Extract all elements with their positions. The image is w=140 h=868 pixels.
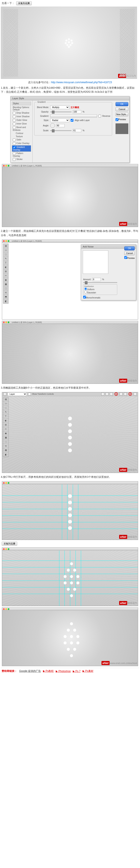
ps-window-7: eNetwww.enet.com.cn/eschool — [2, 608, 138, 666]
scale-input[interactable] — [73, 129, 81, 132]
result-preview: eNet 硅谷动力 — [1, 7, 137, 79]
tool-icon[interactable]: ◧ — [3, 299, 8, 303]
sponsor-links: 赞助商链接： Google 提供的广告 ▶ Ps教程 ▶ Photoshop ▶… — [1, 668, 139, 674]
tool-icon[interactable]: ✂ — [3, 427, 8, 431]
blend-mode-select[interactable]: Multiply — [50, 105, 69, 109]
step2-text: 2.建立一个新图层，用油漆桶工具填充白色后设置图层混合模式为"正片叠底"然后执行… — [1, 228, 139, 238]
ps-window-5: eNet硅谷动力 — [2, 481, 138, 540]
step3-text: 3.用椭圆选框工具创建6个小一些的正圆选区，然后将他们水平和垂直居中对齐。 — [1, 385, 139, 391]
svg-point-5 — [71, 42, 73, 44]
layer-select[interactable]: Layer — [8, 392, 27, 396]
tools-palette[interactable]: ▤▭◌✎T◐⊞✂◉▦⬚⟲⬒◧ — [3, 244, 8, 304]
link-photoshop[interactable]: ▶ Photoshop — [56, 670, 71, 673]
tool-icon[interactable]: ▦ — [3, 282, 8, 286]
preview-swatch — [115, 123, 128, 134]
align-icon[interactable] — [101, 393, 104, 396]
link-ps-material[interactable]: ▶ Ps素材 — [83, 669, 93, 673]
layer-style-dialog: Layer Style Styles Blending Options: Def… — [10, 96, 130, 163]
align-icon[interactable] — [134, 393, 137, 396]
uniform-radio[interactable] — [84, 287, 87, 290]
svg-point-4 — [68, 41, 70, 43]
opacity-slider[interactable] — [50, 112, 72, 112]
new-style-button[interactable]: New Style... — [115, 112, 128, 116]
tool-icon[interactable]: ◌ — [3, 252, 8, 256]
gaussian-radio[interactable] — [84, 290, 87, 293]
tool-icon[interactable]: ◐ — [3, 418, 8, 423]
svg-point-6 — [66, 44, 68, 46]
svg-point-0 — [65, 39, 67, 42]
align-icon[interactable] — [124, 393, 127, 396]
align-icon[interactable] — [106, 393, 109, 396]
clip-button-mid[interactable]: 采集到花瓣 — [2, 541, 17, 546]
tool-icon[interactable]: ▭ — [3, 248, 8, 252]
tools-palette[interactable]: ▤▭◌✎T◐⊞✂◉▦⬚⟲⬒◧ — [3, 397, 8, 457]
add-noise-dialog: Add Noise Amount:% Distribution Uniform … — [81, 244, 136, 300]
marker-1: 1 — [114, 392, 118, 396]
tool-icon[interactable]: ⬒ — [3, 448, 8, 453]
step4-text: 4.按CTRL+R打开标尺，用参考线将他们的间距分配好放好位置。再复制另外3个将… — [1, 474, 139, 480]
svg-point-1 — [68, 38, 70, 40]
tool-icon[interactable]: ⊞ — [3, 269, 8, 274]
tool-icon[interactable]: ◌ — [3, 406, 8, 410]
vertical-dots — [68, 416, 72, 452]
link-ps-tutorial[interactable]: ▶ Ps教程 — [43, 669, 54, 673]
opacity-input[interactable] — [73, 110, 81, 114]
cancel-button[interactable]: Cancel — [115, 107, 128, 111]
tool-icon[interactable]: ⟲ — [3, 290, 8, 295]
angle-input[interactable] — [56, 124, 65, 127]
noise-preview — [83, 250, 108, 274]
layer-thumb-icon — [3, 393, 6, 396]
tool-icon[interactable]: ▤ — [3, 397, 8, 401]
tool-icon[interactable]: ⬚ — [3, 286, 8, 290]
tool-icon[interactable]: ✂ — [3, 274, 8, 278]
tool-icon[interactable]: ▤ — [3, 244, 8, 248]
tool-icon[interactable]: ◧ — [3, 453, 8, 457]
align-icon[interactable] — [119, 393, 122, 396]
tool-icon[interactable]: ▭ — [3, 401, 8, 406]
ps-window-6: eNet硅谷动力 — [2, 548, 138, 606]
google-ads-link[interactable]: Google 提供的广告 — [19, 669, 41, 673]
align-icon[interactable] — [110, 393, 113, 396]
tool-icon[interactable]: ⊞ — [3, 423, 8, 427]
tool-icon[interactable]: T — [3, 261, 8, 265]
ps-window-2: Untitled-1 @ 50% (Layer 1, RGB/8) ▤▭◌✎T◐… — [2, 240, 138, 319]
forum-link[interactable]: http://www.missyuan.com/viewthread.php?t… — [51, 81, 112, 84]
mono-checkbox[interactable] — [83, 296, 86, 299]
options-bar[interactable]: Layer Show Transform Controls 1 2 — [2, 392, 138, 396]
tool-icon[interactable]: ✎ — [3, 410, 8, 414]
noise-ok-button[interactable]: OK — [124, 246, 135, 250]
tool-icon[interactable]: ⬚ — [3, 440, 8, 444]
tool-icon[interactable]: ⬒ — [3, 295, 8, 299]
angle-dial[interactable] — [50, 123, 55, 128]
tool-icon[interactable]: ◉ — [3, 431, 8, 435]
step1-text: 1.首先，建立一个新文档，文档大小设置为1440×990，背景层设置为白色。然后… — [1, 85, 139, 95]
svg-point-2 — [71, 39, 73, 42]
forum-link-caption: 进入论坛参与讨论：http://www.missyuan.com/viewthr… — [1, 80, 139, 85]
tool-icon[interactable]: ◉ — [3, 278, 8, 282]
marker-2: 2 — [129, 392, 132, 396]
tool-icon[interactable]: ◐ — [3, 265, 8, 269]
heart-icon — [62, 36, 75, 50]
svg-point-3 — [65, 42, 67, 44]
noise-amount-input[interactable] — [92, 278, 101, 281]
gradient-overlay-item[interactable]: Gradient Overlay — [12, 145, 31, 152]
tool-icon[interactable]: ▦ — [3, 435, 8, 440]
watermark: eNet 硅谷动力 — [118, 74, 136, 78]
noise-cancel-button[interactable]: Cancel — [124, 251, 135, 255]
svg-point-7 — [69, 44, 72, 46]
link-ps7[interactable]: ▶ Ps 7 — [73, 670, 80, 673]
ps-window-4: Layer Show Transform Controls 1 2 ▤▭◌✎T◐… — [2, 392, 138, 473]
top-look-text: 先看一下： — [2, 1, 15, 5]
style-select[interactable]: Radial — [50, 119, 69, 122]
tool-icon[interactable]: ✎ — [3, 256, 8, 261]
tool-icon[interactable]: ⟲ — [3, 444, 8, 448]
tool-icon[interactable]: T — [3, 414, 8, 418]
gradient-picker[interactable] — [50, 115, 97, 118]
gradient-fieldset: Gradient Blend Mode:Multiply正片叠底 Opacity… — [34, 102, 112, 135]
scale-slider[interactable] — [50, 130, 72, 131]
ok-button[interactable]: OK — [115, 102, 128, 106]
styles-list[interactable]: Styles Blending Options: Default Drop Sh… — [11, 100, 32, 162]
noise-slider[interactable] — [83, 282, 117, 283]
vertical-dots-guided — [68, 494, 72, 530]
clip-button-top[interactable]: 采集到花瓣 — [16, 1, 32, 5]
